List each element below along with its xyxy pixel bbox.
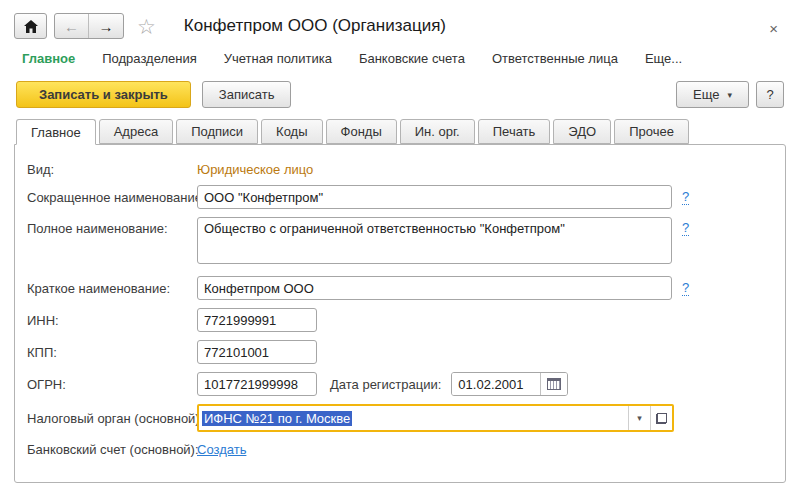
tax-authority-open-button[interactable] — [650, 406, 672, 430]
tax-authority-text[interactable]: ИФНС №21 по г. Москве — [199, 411, 628, 426]
toolbar: Записать и закрыть Записать Еще ▾ ? — [0, 66, 800, 119]
tab-other[interactable]: Прочее — [614, 119, 689, 144]
full-name-help-link[interactable]: ? — [682, 220, 689, 236]
inn-input[interactable] — [197, 308, 317, 332]
full-name-textarea[interactable]: Общество с ограниченной ответственностью… — [197, 217, 672, 264]
inn-label: ИНН: — [27, 313, 197, 328]
tab-strip: Главное Адреса Подписи Коды Фонды Ин. ор… — [0, 119, 800, 145]
kpp-row: КПП: — [27, 340, 773, 364]
tab-signatures[interactable]: Подписи — [176, 119, 258, 144]
short-name-label: Сокращенное наименование: — [27, 190, 197, 205]
page-title: Конфетпром ООО (Организация) — [184, 16, 446, 36]
chevron-down-icon: ▾ — [637, 413, 642, 423]
kind-value: Юридическое лицо — [197, 162, 313, 177]
home-button[interactable] — [14, 13, 47, 39]
short-name-help-link[interactable]: ? — [682, 189, 689, 205]
tax-authority-label: Налоговый орган (основной): — [27, 411, 197, 426]
tab-print[interactable]: Печать — [478, 119, 551, 144]
nav-item-departments[interactable]: Подразделения — [102, 51, 197, 66]
ogrn-input[interactable] — [197, 372, 317, 396]
short-name-row: Сокращенное наименование: ? — [27, 185, 773, 209]
tab-foreign-org[interactable]: Ин. орг. — [400, 119, 475, 144]
organization-card-window: ← → ☆ Конфетпром ООО (Организация) × Гла… — [0, 0, 800, 495]
tab-codes[interactable]: Коды — [261, 119, 322, 144]
ogrn-row: ОГРН: Дата регистрации: — [27, 372, 773, 396]
full-name-row: Полное наименование: Общество с ограниче… — [27, 217, 773, 264]
save-button[interactable]: Записать — [202, 81, 292, 108]
ogrn-label: ОГРН: — [27, 377, 197, 392]
chevron-down-icon: ▾ — [727, 90, 732, 100]
full-name-label: Полное наименование: — [27, 217, 197, 236]
save-and-close-button[interactable]: Записать и закрыть — [16, 81, 191, 108]
brief-name-help-link[interactable]: ? — [682, 280, 689, 296]
home-icon — [24, 20, 38, 33]
help-button[interactable]: ? — [756, 81, 784, 108]
tax-authority-row: Налоговый орган (основной): ИФНС №21 по … — [27, 404, 773, 432]
tab-addresses[interactable]: Адреса — [99, 119, 173, 144]
tax-authority-combo[interactable]: ИФНС №21 по г. Москве ▾ — [197, 404, 674, 432]
history-button-group: ← → — [54, 13, 124, 39]
tab-main[interactable]: Главное — [16, 119, 96, 145]
nav-item-responsible-persons[interactable]: Ответственные лица — [492, 51, 618, 66]
calendar-icon — [547, 378, 561, 390]
reg-date-input[interactable] — [452, 373, 540, 395]
back-button[interactable]: ← — [55, 14, 89, 38]
calendar-button[interactable] — [540, 373, 567, 395]
tab-funds[interactable]: Фонды — [326, 119, 397, 144]
short-name-input[interactable] — [197, 185, 672, 209]
inn-row: ИНН: — [27, 308, 773, 332]
kpp-label: КПП: — [27, 345, 197, 360]
bank-account-label: Банковский счет (основной): — [27, 442, 197, 457]
forward-button[interactable]: → — [89, 14, 123, 38]
reg-date-label: Дата регистрации: — [330, 377, 441, 392]
section-nav: Главное Подразделения Учетная политика Б… — [0, 39, 800, 66]
tax-authority-selected-text: ИФНС №21 по г. Москве — [202, 411, 352, 426]
close-icon[interactable]: × — [769, 21, 778, 36]
nav-item-more[interactable]: Еще... — [645, 51, 682, 66]
more-actions-label: Еще — [693, 87, 719, 102]
brief-name-input[interactable] — [197, 276, 672, 300]
nav-item-main[interactable]: Главное — [22, 51, 75, 66]
favorite-star-icon[interactable]: ☆ — [137, 16, 156, 37]
reg-date-control — [451, 372, 568, 396]
kpp-input[interactable] — [197, 340, 317, 364]
more-actions-button[interactable]: Еще ▾ — [676, 81, 749, 108]
brief-name-row: Краткое наименование: ? — [27, 276, 773, 300]
nav-item-accounting-policy[interactable]: Учетная политика — [224, 51, 332, 66]
kind-row: Вид: Юридическое лицо — [27, 162, 773, 177]
nav-item-bank-accounts[interactable]: Банковские счета — [359, 51, 465, 66]
open-form-icon — [656, 413, 667, 424]
bank-account-row: Банковский счет (основной): Создать — [27, 442, 773, 457]
tax-authority-dropdown-button[interactable]: ▾ — [628, 406, 650, 430]
bank-account-create-link[interactable]: Создать — [197, 442, 246, 457]
brief-name-label: Краткое наименование: — [27, 281, 197, 296]
window-header: ← → ☆ Конфетпром ООО (Организация) — [0, 0, 800, 39]
main-tab-panel: Вид: Юридическое лицо Сокращенное наимен… — [14, 144, 786, 483]
tab-edo[interactable]: ЭДО — [553, 119, 611, 144]
kind-label: Вид: — [27, 162, 197, 177]
